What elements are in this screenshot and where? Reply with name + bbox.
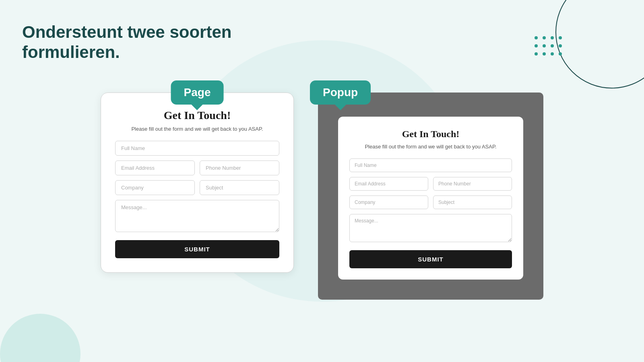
dot-grid-decoration <box>535 36 564 57</box>
page-email-input[interactable] <box>115 160 195 175</box>
popup-message-group <box>349 214 512 244</box>
page-subject-input[interactable] <box>200 180 279 195</box>
page-message-group <box>115 200 279 234</box>
page-form-card: Get In Touch! Please fill out the form a… <box>101 93 294 273</box>
page-submit-button[interactable]: SUBMIT <box>115 240 279 258</box>
popup-company-subject-row <box>349 195 512 209</box>
popup-badge: Popup <box>310 80 371 105</box>
popup-phone-input[interactable] <box>433 177 512 191</box>
page-company-input[interactable] <box>115 180 195 195</box>
popup-submit-button[interactable]: SUBMIT <box>349 250 512 268</box>
main-heading: Ondersteunt twee soorten formulieren. <box>22 22 231 63</box>
popup-outer-bg: Get In Touch! Please fill out the form a… <box>318 93 543 300</box>
page-email-phone-row <box>115 160 279 175</box>
popup-email-input[interactable] <box>349 177 428 191</box>
page-full-name-group <box>115 141 279 156</box>
heading-line2: formulieren. <box>22 43 120 62</box>
page-phone-input[interactable] <box>200 160 279 175</box>
popup-message-input[interactable] <box>349 214 512 242</box>
popup-form-card: Get In Touch! Please fill out the form a… <box>338 117 523 280</box>
popup-subject-input[interactable] <box>433 195 512 209</box>
page-form-title: Get In Touch! <box>115 109 279 122</box>
heading-line1: Ondersteunt twee soorten <box>22 23 231 41</box>
popup-company-input[interactable] <box>349 195 428 209</box>
popup-form-title: Get In Touch! <box>349 129 512 140</box>
page-form-wrapper: Page Get In Touch! Please fill out the f… <box>101 93 294 273</box>
popup-full-name-group <box>349 158 512 172</box>
page-message-input[interactable] <box>115 200 279 232</box>
popup-form-wrapper: Popup Get In Touch! Please fill out the … <box>318 93 543 300</box>
popup-form-subtitle: Please fill out the form and we will get… <box>349 144 512 150</box>
popup-email-phone-row <box>349 177 512 191</box>
page-badge: Page <box>171 80 224 105</box>
main-content: Page Get In Touch! Please fill out the f… <box>0 64 644 362</box>
page-form-subtitle: Please fill out the form and we will get… <box>115 126 279 132</box>
page-full-name-input[interactable] <box>115 141 279 156</box>
popup-full-name-input[interactable] <box>349 158 512 172</box>
page-company-subject-row <box>115 180 279 195</box>
